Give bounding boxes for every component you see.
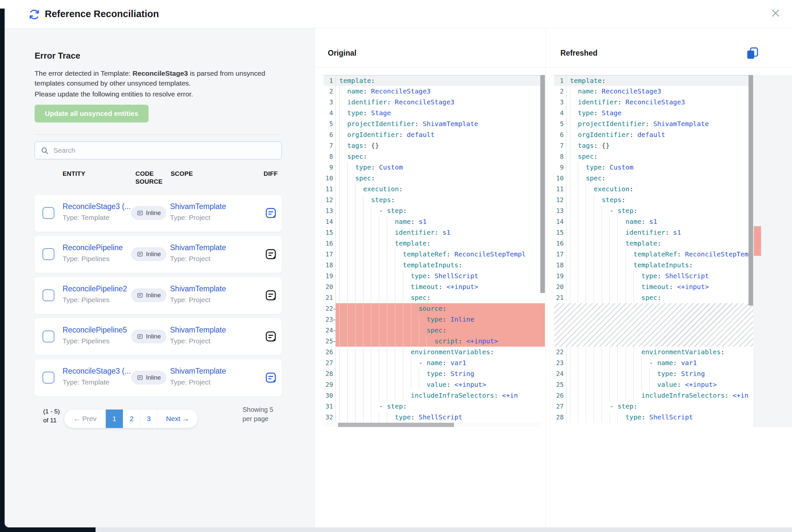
row-checkbox[interactable] bbox=[42, 289, 54, 301]
diff-icon-button[interactable] bbox=[264, 330, 277, 343]
yaml-key: template bbox=[626, 239, 657, 247]
error-description: The error detected in Template: Reconcil… bbox=[35, 69, 265, 88]
yaml-value: ReconcileStage3 bbox=[395, 98, 455, 106]
refreshed-panel-title: Refreshed bbox=[560, 49, 597, 58]
diff-icon-button[interactable] bbox=[264, 289, 277, 302]
page-button-3[interactable]: 3 bbox=[140, 410, 157, 428]
code-line: 9 type: Custom bbox=[324, 162, 545, 173]
code-line: 14 name: s1 bbox=[554, 216, 753, 227]
row-checkbox[interactable] bbox=[42, 207, 54, 219]
yaml-dash: - bbox=[379, 402, 387, 410]
code-line: 27 - step: bbox=[554, 401, 753, 412]
code-line: 18 templateInputs: bbox=[324, 260, 545, 271]
update-all-unsynced-entities-button[interactable]: Update all unsynced entities bbox=[35, 105, 149, 122]
original-diff-panel: Original 1template:2 name: ReconcileStag… bbox=[315, 28, 545, 527]
yaml-value: Stage bbox=[371, 109, 391, 117]
page-button-1[interactable]: 1 bbox=[106, 410, 123, 428]
scope-link[interactable]: ShivamTemplate bbox=[170, 367, 226, 375]
code-line-content: template: bbox=[335, 238, 545, 249]
diff-icon-button[interactable] bbox=[264, 248, 277, 261]
table-row[interactable]: ReconcilePipeline2Type: PipelinesInlineS… bbox=[35, 277, 282, 314]
horizontal-scrollbar[interactable] bbox=[324, 423, 540, 427]
search-input[interactable] bbox=[53, 142, 277, 159]
code-tokens: timeout: <+input> bbox=[570, 283, 708, 291]
close-icon[interactable] bbox=[770, 7, 781, 19]
row-checkbox[interactable] bbox=[42, 330, 54, 342]
entity-link[interactable]: ReconcilePipeline5 bbox=[62, 326, 127, 334]
entity-link[interactable]: ReconcilePipeline2 bbox=[62, 284, 127, 293]
page-number-group: 123 bbox=[106, 410, 157, 428]
scope-link[interactable]: ShivamTemplate bbox=[170, 284, 226, 293]
diff-icon-button[interactable] bbox=[264, 207, 277, 219]
yaml-value: <+input> bbox=[446, 283, 478, 291]
prev-page-button[interactable]: ← Prev bbox=[64, 410, 106, 428]
entity-type: Type: Pipelines bbox=[62, 296, 130, 304]
error-template-name: ReconcileStage3 bbox=[132, 70, 188, 77]
entity-link[interactable]: ReconcileStage3 (... bbox=[62, 367, 130, 375]
yaml-colon: : bbox=[363, 141, 367, 150]
yaml-key: type bbox=[657, 370, 673, 378]
yaml-colon: : bbox=[677, 381, 681, 388]
yaml-key: templateInputs bbox=[633, 261, 689, 269]
table-row[interactable]: ReconcilePipeline5Type: PipelinesInlineS… bbox=[35, 318, 282, 355]
scope-type: Type: Project bbox=[170, 214, 246, 222]
yaml-key: step bbox=[387, 402, 403, 410]
vertical-scrollbar[interactable] bbox=[540, 75, 545, 293]
column-header-diff: DIFF bbox=[263, 170, 278, 178]
scope-link[interactable]: ShivamTemplate bbox=[170, 326, 226, 334]
table-row[interactable]: ReconcileStage3 (...Type: TemplateInline… bbox=[35, 195, 282, 232]
entity-link[interactable]: ReconcilePipeline bbox=[62, 243, 123, 252]
yaml-value: var1 bbox=[450, 359, 466, 367]
entity-cell: ReconcileStage3 (...Type: Template bbox=[62, 202, 130, 222]
line-number: 5 bbox=[324, 118, 335, 129]
scope-link[interactable]: ShivamTemplate bbox=[170, 243, 226, 252]
yaml-key: environmentVariables bbox=[411, 348, 490, 356]
next-page-button[interactable]: Next → bbox=[157, 410, 198, 428]
scope-link[interactable]: ShivamTemplate bbox=[170, 202, 226, 211]
copy-icon[interactable] bbox=[745, 46, 759, 60]
line-number: 6 bbox=[324, 129, 335, 140]
yaml-value: String bbox=[681, 370, 705, 378]
original-code-editor[interactable]: 1template:2 name: ReconcileStage33 ident… bbox=[324, 75, 545, 427]
yaml-key: step bbox=[618, 402, 633, 410]
code-tokens: - step: bbox=[339, 207, 407, 215]
entity-link[interactable]: ReconcileStage3 (... bbox=[62, 202, 130, 211]
table-row[interactable]: ReconcilePipelineType: PipelinesInlineSh… bbox=[35, 236, 282, 273]
diff-icon-button[interactable] bbox=[264, 371, 277, 384]
line-number: 18 bbox=[554, 260, 566, 271]
sync-icon bbox=[28, 8, 40, 21]
code-line-content: - step: bbox=[335, 401, 545, 412]
code-line: 1template: bbox=[554, 75, 753, 86]
code-source-label: Inline bbox=[146, 333, 161, 340]
code-line-content: - name: var1 bbox=[335, 358, 545, 368]
yaml-colon: : bbox=[673, 359, 677, 367]
code-line-content: type: ShellScript bbox=[335, 271, 545, 282]
code-line: 24– spec: bbox=[324, 325, 545, 336]
code-tokens: templateInputs: bbox=[570, 261, 693, 269]
yaml-value: var1 bbox=[681, 359, 697, 367]
row-checkbox[interactable] bbox=[42, 248, 54, 260]
code-line: 3 identifier: ReconcileStage3 bbox=[324, 97, 545, 108]
yaml-value: Stage bbox=[602, 109, 621, 117]
yaml-key: step bbox=[618, 207, 633, 215]
code-line-content: source: bbox=[335, 303, 545, 314]
line-number: 24 bbox=[554, 368, 566, 379]
yaml-key: execution bbox=[594, 185, 629, 193]
code-line: 9 type: Custom bbox=[554, 162, 753, 173]
code-line: 21 spec: bbox=[554, 292, 753, 303]
page-button-2[interactable]: 2 bbox=[123, 410, 140, 428]
refreshed-code-editor[interactable]: 1template:2 name: ReconcileStage33 ident… bbox=[554, 75, 753, 423]
code-source-badge: Inline bbox=[131, 247, 166, 261]
yaml-key: source bbox=[419, 305, 442, 312]
line-number: 16 bbox=[324, 238, 335, 249]
line-number: 21 bbox=[554, 292, 566, 303]
yaml-value: ShellScript bbox=[665, 272, 708, 280]
line-number: 30 bbox=[324, 390, 335, 401]
code-line: 10 spec: bbox=[554, 173, 753, 184]
line-number: 9 bbox=[554, 162, 566, 173]
code-line-content: script: <+input> bbox=[335, 336, 545, 347]
vertical-scrollbar[interactable] bbox=[749, 75, 753, 305]
table-row[interactable]: ReconcileStage3 (...Type: TemplateInline… bbox=[35, 360, 282, 396]
row-checkbox[interactable] bbox=[42, 372, 54, 383]
horizontal-scrollbar-thumb[interactable] bbox=[338, 423, 454, 427]
